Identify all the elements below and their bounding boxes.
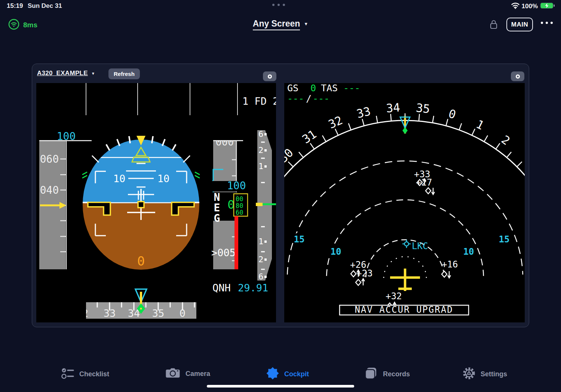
- checklist-icon: [61, 367, 74, 382]
- compass-number: 34: [386, 101, 401, 115]
- nav-message: NAV ACCUR UPGRAD: [355, 304, 453, 315]
- gear-icon: [462, 367, 476, 382]
- vs-label: 2: [258, 255, 263, 264]
- ownship-symbol: [390, 269, 420, 291]
- nd-record-button[interactable]: [511, 71, 524, 81]
- battery-icon: [540, 2, 555, 11]
- compass-number: 32: [326, 113, 344, 131]
- pfd-display: 1 FD 2 060 040 100: [36, 83, 276, 322]
- alt-drum-digit: 80: [236, 202, 243, 209]
- wind-direction: ---: [287, 93, 304, 104]
- heading-label: 33: [104, 307, 116, 319]
- gs-label: GS: [287, 83, 298, 94]
- compass-tick: [335, 129, 338, 135]
- compass-number: 30: [284, 146, 296, 165]
- heading-label: 0: [180, 307, 186, 319]
- nav-message-box: NAV ACCUR UPGRAD: [340, 304, 469, 315]
- screen-title[interactable]: Any Screen: [253, 19, 300, 30]
- traffic-altitude-label: +27: [416, 177, 432, 188]
- alt-tape-top: 000: [216, 136, 234, 148]
- pitch-label: 10: [157, 173, 170, 184]
- wind-separator: /: [306, 93, 312, 104]
- speed-label: 060: [40, 153, 59, 165]
- compass-tick: [349, 123, 351, 130]
- range-label: 15: [499, 234, 510, 245]
- screen-selector[interactable]: Any Screen▼: [253, 21, 308, 28]
- compass-tick: [517, 162, 522, 166]
- alt-flag-letter: G: [214, 212, 220, 224]
- tab-label: Camera: [186, 370, 210, 378]
- heading-lubber: [400, 116, 410, 134]
- battery-percent: 100%: [522, 3, 538, 10]
- traffic-diamond: [351, 271, 356, 277]
- home-indicator[interactable]: [207, 385, 354, 388]
- traffic-altitude-label: +16: [442, 259, 458, 270]
- compass-tick: [459, 123, 462, 130]
- pfd-record-button[interactable]: [263, 71, 276, 81]
- profile-selector[interactable]: A320_EXAMPLE ▼: [37, 70, 95, 77]
- waypoint-label: LKC: [412, 241, 428, 251]
- record-icon: [268, 74, 272, 79]
- roll-zero-label: 0: [137, 254, 145, 269]
- compass-tick: [432, 116, 433, 123]
- tab-settings[interactable]: Settings: [462, 367, 507, 382]
- vs-label: 1: [258, 162, 263, 171]
- traffic-altitude-label: +32: [386, 291, 402, 301]
- nd-compass-rose: 303132333435012: [284, 101, 525, 188]
- compass-number: 35: [415, 101, 430, 116]
- compass-tick: [288, 162, 293, 166]
- cockpit-seal-icon: [266, 367, 279, 382]
- nd-display: 303132333435012 15 10 10 15 LKC +33+27+2…: [284, 83, 525, 322]
- vs-needle-base: [256, 203, 263, 206]
- compass-number: 33: [355, 104, 372, 121]
- tab-camera[interactable]: Camera: [166, 367, 210, 381]
- heading-label: 2: [82, 307, 88, 319]
- lock-icon[interactable]: [490, 19, 498, 31]
- tab-checklist[interactable]: Checklist: [61, 367, 109, 382]
- compass-tick: [419, 114, 420, 121]
- vs-label: 2: [258, 146, 263, 155]
- status-date: Sun Dec 31: [28, 2, 62, 10]
- compass-number: 31: [300, 127, 319, 146]
- profile-name[interactable]: A320_EXAMPLE: [37, 70, 88, 77]
- altitude-tape: 000 >005 100 N E G 0 00 80 60: [204, 136, 248, 269]
- compass-tick: [390, 114, 391, 121]
- multitasking-dots-icon[interactable]: [272, 4, 285, 6]
- tab-records[interactable]: Records: [365, 367, 410, 382]
- qnh-value: 29.91: [238, 282, 268, 294]
- compass-tick: [507, 152, 511, 157]
- records-icon: [365, 367, 378, 382]
- record-icon: [516, 74, 520, 79]
- gs-value: 0: [310, 83, 316, 94]
- traffic-diamond: [356, 279, 361, 285]
- main-button[interactable]: MAIN: [506, 18, 533, 31]
- compass-tick: [362, 119, 364, 126]
- tab-label: Records: [383, 370, 410, 378]
- selected-altitude: 100: [227, 180, 246, 192]
- compass-tick: [496, 143, 500, 149]
- compass-number: 0: [447, 107, 457, 122]
- compass-tick: [484, 135, 488, 141]
- tab-label: Settings: [481, 370, 507, 378]
- wind-speed: ---: [313, 93, 329, 104]
- pfd-bezel-lines: [86, 83, 237, 115]
- traffic-altitude-label: +23: [356, 268, 373, 279]
- status-time: 15:19: [7, 2, 23, 10]
- chevron-down-icon: ▼: [304, 21, 308, 27]
- compass-tick: [299, 152, 303, 157]
- compass-tick: [310, 143, 314, 149]
- attitude-indicator: 10 10: [82, 136, 200, 270]
- tab-label: Checklist: [79, 370, 109, 378]
- tab-cockpit[interactable]: Cockpit: [266, 367, 309, 382]
- compass-tick: [322, 135, 326, 141]
- tas-value: ---: [343, 83, 360, 94]
- compass-number: 2: [499, 132, 512, 147]
- refresh-button[interactable]: Refresh: [108, 68, 140, 79]
- chevron-down-icon: ▼: [91, 71, 95, 76]
- tab-label: Cockpit: [284, 370, 309, 378]
- camera-icon: [166, 367, 181, 381]
- qnh-label: QNH: [212, 282, 231, 294]
- traffic-diamond: [426, 188, 431, 194]
- more-menu-icon[interactable]: [541, 22, 553, 24]
- traffic-diamond: [442, 271, 447, 277]
